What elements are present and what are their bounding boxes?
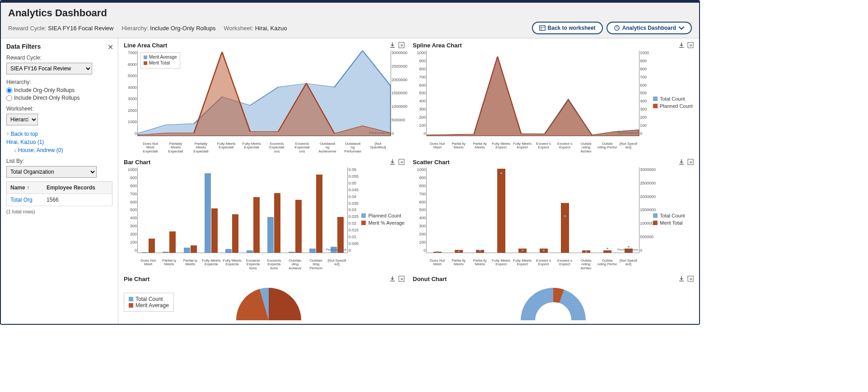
plot-area: 01002003004005006007008009001000 0500000…	[426, 167, 639, 253]
download-icon[interactable]	[389, 159, 396, 165]
plot-area: 01002003004005006007008009001000 00.0050…	[137, 167, 348, 253]
dashboard-icon	[614, 25, 620, 31]
filters-title: Data Filters	[6, 43, 112, 50]
chart-legend: Total Count Planned Count	[653, 51, 694, 154]
breadcrumb: Reward Cycle: SIEA FY16 Focal Review Hie…	[8, 25, 287, 32]
chart-legend: Total Count Merit Average	[124, 293, 174, 312]
analytics-dashboard-button[interactable]: Analytics Dashboard	[607, 22, 692, 34]
svg-marker-11	[427, 56, 639, 136]
hierarchy-radio-org[interactable]: Include Org-Only Rollups	[6, 87, 112, 93]
app-frame: Analytics Dashboard Reward Cycle: SIEA F…	[0, 0, 700, 325]
expand-icon[interactable]	[398, 159, 405, 165]
hierarchy-radio-direct[interactable]: Include Direct-Only Rollups	[6, 95, 112, 101]
chevron-down-icon	[678, 25, 685, 31]
filters-panel: Data Filters ✕ Reward Cycle: SIEA FY16 F…	[1, 38, 118, 324]
svg-marker-10	[427, 56, 639, 136]
download-icon[interactable]	[389, 42, 396, 48]
table-row[interactable]: Total Org 1566	[7, 194, 112, 206]
reward-cycle-select[interactable]: SIEA FY16 Focal Review	[6, 63, 92, 74]
svg-line-5	[617, 28, 619, 29]
pie-chart: Pie Chart Total Count Merit Average	[124, 276, 405, 320]
expand-icon[interactable]	[398, 276, 405, 282]
field-label: Reward Cycle:	[6, 55, 112, 61]
donut-svg	[508, 284, 598, 320]
svg-rect-0	[539, 26, 545, 31]
bar-chart: Bar Chart 010020030040050060070080090010…	[124, 159, 405, 271]
header: Analytics Dashboard Reward Cycle: SIEA F…	[1, 3, 699, 38]
breadcrumb-label: Hierarchy:	[121, 25, 148, 32]
plot-area: 01002003004005006007008009001000 0100200…	[426, 51, 639, 136]
col-header-name[interactable]: Name ↑	[7, 182, 43, 194]
donut-chart: Donut Chart	[413, 276, 694, 320]
cell-name[interactable]: Total Org	[7, 194, 43, 206]
chart-legend: Planned Count Merit % Average	[361, 167, 405, 271]
chart-legend: Total Count Merit Total	[653, 167, 694, 271]
tree-item-root[interactable]: Hirai, Kazuo (1)	[6, 139, 112, 145]
arrow-up-icon: ↑	[6, 131, 9, 137]
breadcrumb-label: Worksheet:	[224, 25, 254, 32]
scatter-chart: Scatter Chart 01002003004005006007008009…	[413, 159, 694, 271]
breadcrumb-value: Include Org-Only Rollups	[150, 25, 215, 32]
breadcrumb-label: Reward Cycle:	[8, 25, 47, 32]
charts-area: Line Area Chart Merit Average Merit Tota…	[118, 38, 699, 324]
download-icon[interactable]	[678, 276, 685, 282]
worksheet-icon	[539, 25, 546, 31]
expand-icon[interactable]	[398, 42, 405, 48]
spline-area-chart: Spline Area Chart 0100200300400500600700…	[413, 42, 694, 154]
tree-item-child[interactable]: ↓ House, Andrew (0)	[14, 147, 112, 153]
breadcrumb-value: Hirai, Kazuo	[255, 25, 287, 32]
field-label: Hierarchy:	[6, 79, 112, 85]
download-icon[interactable]	[389, 276, 396, 282]
pie-svg	[219, 284, 318, 320]
close-icon[interactable]: ✕	[107, 43, 113, 51]
plot-area: Merit Average Merit Total 01000200030004…	[137, 51, 391, 136]
chart-legend: Merit Average Merit Total	[140, 52, 180, 69]
back-to-worksheet-button[interactable]: Back to worksheet	[532, 22, 603, 34]
sort-arrow-icon: ↑	[27, 184, 29, 191]
employee-table: Name ↑ Employee Records Total Org 1566	[6, 181, 112, 206]
expand-icon[interactable]	[687, 42, 694, 48]
cell-count: 1566	[43, 194, 112, 206]
worksheet-select[interactable]: Hierarchy	[6, 114, 38, 125]
listby-select[interactable]: Total Organization	[6, 166, 97, 178]
download-icon[interactable]	[678, 42, 685, 48]
back-to-top-link[interactable]: ↑ Back to top	[6, 131, 112, 137]
col-header-records[interactable]: Employee Records	[43, 182, 112, 194]
field-label: Worksheet:	[6, 106, 112, 112]
expand-icon[interactable]	[687, 276, 694, 282]
line-area-chart: Line Area Chart Merit Average Merit Tota…	[124, 42, 405, 154]
breadcrumb-value: SIEA FY16 Focal Review	[48, 25, 113, 32]
arrow-down-icon: ↓	[14, 147, 16, 153]
download-icon[interactable]	[678, 159, 685, 165]
expand-icon[interactable]	[687, 159, 694, 165]
field-label: List By:	[6, 158, 112, 164]
row-count-label: (1 total rows)	[6, 209, 112, 214]
page-title: Analytics Dashboard	[8, 7, 692, 19]
